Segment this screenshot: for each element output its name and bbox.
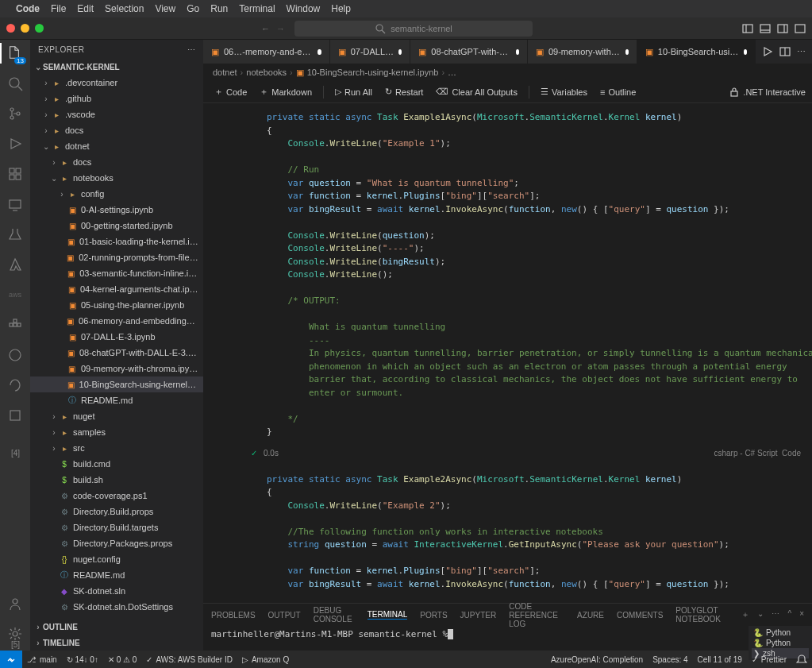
customize-layout-icon[interactable] xyxy=(795,23,806,34)
tree-item[interactable]: ▣03-semantic-function-inline.ipynb xyxy=(30,265,203,281)
spaces-indicator[interactable]: Spaces: 4 xyxy=(648,655,692,664)
tree-item[interactable]: ◆SK-dotnet.sln xyxy=(30,583,203,599)
variables-button[interactable]: ☰ Variables xyxy=(536,85,592,98)
panel-tab[interactable]: AZURE xyxy=(577,611,604,620)
remote-indicator[interactable] xyxy=(0,651,22,668)
terminal-shell-item[interactable]: 🐍Python xyxy=(752,627,809,638)
tree-item[interactable]: ▣0-AI-settings.ipynb xyxy=(30,202,203,218)
tree-item[interactable]: ›▸docs xyxy=(30,122,203,138)
tree-item[interactable]: ▣01-basic-loading-the-kernel.ipynb xyxy=(30,234,203,249)
activity-aws[interactable]: aws xyxy=(6,286,24,303)
tree-item[interactable]: ›▸config xyxy=(30,186,203,202)
prettier-status[interactable]: ✓ Prettier xyxy=(747,655,791,664)
add-code-button[interactable]: ＋ Code xyxy=(210,84,252,99)
menu-edit[interactable]: Edit xyxy=(77,3,94,14)
close-window-button[interactable] xyxy=(6,24,15,33)
aws-status[interactable]: ✓ AWS: AWS Builder ID xyxy=(141,651,237,668)
cell-position[interactable]: Cell 11 of 19 xyxy=(693,655,747,664)
activity-azure[interactable] xyxy=(6,256,24,273)
notebook-content[interactable]: private static async Task Example1Async(… xyxy=(203,103,812,603)
timeline-section[interactable]: ›TIMELINE xyxy=(30,635,203,651)
panel-tab[interactable]: POLYGLOT NOTEBOOK xyxy=(675,606,729,624)
layout-sidebar-right-icon[interactable] xyxy=(777,23,788,34)
app-name[interactable]: Code xyxy=(16,3,40,14)
cell-language[interactable]: csharp - C# Script Code xyxy=(714,449,802,458)
panel-tab[interactable]: PROBLEMS xyxy=(211,611,256,620)
activity-item-b[interactable] xyxy=(6,376,24,394)
tree-item[interactable]: ⚙SK-dotnet.sln.DotSettings xyxy=(30,599,203,615)
code-cell[interactable]: private static async Task Example2Async(… xyxy=(203,469,812,604)
code-editor[interactable]: private static async Task Example2Async(… xyxy=(251,469,812,604)
add-markdown-button[interactable]: ＋ Markdown xyxy=(255,84,317,99)
activity-search[interactable] xyxy=(6,75,24,92)
menu-go[interactable]: Go xyxy=(187,3,199,14)
activity-item-a[interactable] xyxy=(6,346,24,364)
code-cell[interactable]: private static async Task Example1Async(… xyxy=(203,106,812,444)
minimize-window-button[interactable] xyxy=(21,24,29,33)
tree-item[interactable]: ⚙Directory.Build.props xyxy=(30,504,203,519)
azure-status[interactable]: AzureOpenAI: Completion xyxy=(546,655,648,664)
tree-item[interactable]: ⚙Directory.Packages.props xyxy=(30,535,203,551)
activity-explorer[interactable]: 13 xyxy=(6,44,24,62)
panel-tab[interactable]: COMMENTS xyxy=(617,611,663,620)
activity-run-debug[interactable] xyxy=(6,135,24,153)
kernel-picker[interactable]: .NET Interactive xyxy=(729,87,806,98)
tree-item[interactable]: ▣10-BingSearch-using-kernel.ipynb xyxy=(30,376,203,392)
activity-extensions[interactable] xyxy=(6,165,24,183)
menu-view[interactable]: View xyxy=(155,3,175,14)
more-terminal-icon[interactable]: ⋯ xyxy=(772,609,779,620)
panel-tab[interactable]: PORTS xyxy=(420,611,447,620)
activity-item-c[interactable] xyxy=(6,407,24,424)
command-center-search[interactable]: semantic-kernel xyxy=(294,21,533,37)
tree-item[interactable]: ⓘREADME.md xyxy=(30,392,203,408)
menu-help[interactable]: Help xyxy=(331,3,351,14)
activity-source-control[interactable] xyxy=(6,105,24,122)
new-terminal-icon[interactable]: ＋ xyxy=(741,609,749,620)
more-actions-icon[interactable]: ⋯ xyxy=(797,47,806,57)
tree-item[interactable]: ▣06-memory-and-embeddings.ipynb xyxy=(30,313,203,329)
editor-tab[interactable]: ▣10-BingSearch-using-kernel.ipynb xyxy=(637,40,756,64)
panel-tab[interactable]: CODE REFERENCE LOG xyxy=(509,602,564,628)
layout-sidebar-left-icon[interactable] xyxy=(742,23,753,34)
tree-item[interactable]: ›▸docs xyxy=(30,154,203,170)
clear-outputs-button[interactable]: ⌫ Clear All Outputs xyxy=(431,85,522,98)
tree-item[interactable]: ▣09-memory-with-chroma.ipynb xyxy=(30,361,203,376)
explorer-more-icon[interactable]: ⋯ xyxy=(187,45,196,54)
problems-count[interactable]: ✕ 0 ⚠ 0 xyxy=(103,651,141,668)
activity-testing[interactable] xyxy=(6,226,24,243)
activity-remote[interactable] xyxy=(6,195,24,213)
panel-tab[interactable]: OUTPUT xyxy=(268,611,301,620)
activity-account[interactable] xyxy=(6,595,24,612)
editor-tab[interactable]: ▣09-memory-with-chroma.ipynb xyxy=(528,40,637,64)
tree-item[interactable]: ›▸nuget xyxy=(30,408,203,424)
tree-item[interactable]: ▣02-running-prompts-from-file.ipynb xyxy=(30,249,203,265)
layout-panel-icon[interactable] xyxy=(760,23,771,34)
amazon-q-status[interactable]: ▷ Amazon Q xyxy=(237,651,294,668)
panel-tab[interactable]: DEBUG CONSOLE xyxy=(314,606,355,624)
split-editor-icon[interactable] xyxy=(779,46,791,57)
activity-container[interactable] xyxy=(6,316,24,334)
terminal-shell-item[interactable]: 🐍Python xyxy=(752,638,809,648)
editor-tab[interactable]: ▣07-DALL-E-3.ipynb xyxy=(330,40,411,64)
panel-tab[interactable]: JUPYTER xyxy=(460,611,497,620)
nav-forward-icon[interactable]: → xyxy=(276,24,285,33)
tree-item[interactable]: ›▸samples xyxy=(30,424,203,440)
menu-run[interactable]: Run xyxy=(210,3,228,14)
breadcrumb[interactable]: dotnet› notebooks› ▣10-BingSearch-using-… xyxy=(203,64,812,81)
tree-item[interactable]: ›▸.devcontainer xyxy=(30,75,203,91)
nav-back-icon[interactable]: ← xyxy=(261,24,270,33)
maximize-panel-icon[interactable]: ^ xyxy=(787,609,791,620)
tree-item[interactable]: ▣04-kernel-arguments-chat.ipynb xyxy=(30,281,203,297)
panel-tab[interactable]: TERMINAL xyxy=(368,610,408,620)
tree-item[interactable]: {}nuget.config xyxy=(30,551,203,567)
menu-window[interactable]: Window xyxy=(287,3,321,14)
tree-item[interactable]: ▣08-chatGPT-with-DALL-E-3.ipynb xyxy=(30,345,203,361)
tree-item[interactable]: ›▸.github xyxy=(30,91,203,106)
tree-item[interactable]: ›▸.vscode xyxy=(30,106,203,122)
tree-item[interactable]: ⚙code-coverage.ps1 xyxy=(30,488,203,504)
tree-item[interactable]: $build.sh xyxy=(30,472,203,488)
run-icon[interactable] xyxy=(762,46,773,57)
menu-selection[interactable]: Selection xyxy=(105,3,144,14)
notifications-icon[interactable] xyxy=(791,654,812,665)
tree-item[interactable]: ▣05-using-the-planner.ipynb xyxy=(30,297,203,313)
